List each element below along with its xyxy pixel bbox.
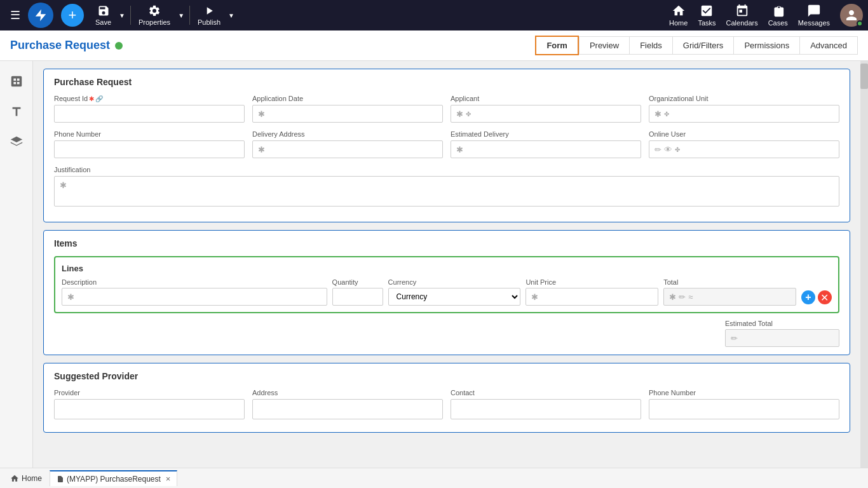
tool-text-icon[interactable] (6, 102, 27, 122)
toolbar-right-nav: Home Tasks Calendars Cases Messages (669, 4, 863, 27)
logo-icon (28, 3, 53, 28)
phone-number-label: Phone Number (54, 130, 245, 138)
field-row-2: Phone Number Delivery Address ✱ (54, 130, 839, 158)
tool-table-icon[interactable] (6, 71, 27, 92)
quantity-field-group: Quantity (332, 278, 383, 306)
nav-cases[interactable]: Cases (768, 4, 788, 27)
phone-number-provider-input[interactable] (649, 399, 839, 419)
tab-preview[interactable]: Preview (579, 36, 629, 55)
unit-price-label: Unit Price (526, 278, 658, 286)
address-input[interactable] (252, 399, 443, 419)
estimated-total-group: Estimated Total ✏ (725, 320, 839, 347)
items-title: Items (54, 238, 839, 248)
add-line-button[interactable]: + (801, 290, 815, 304)
add-button[interactable]: + (61, 4, 84, 27)
properties-dropdown-arrow[interactable]: ▼ (177, 12, 186, 19)
form-area: Purchase Request Request Id ✱ 🔗 Applica (33, 61, 860, 468)
estimated-total-row: Estimated Total ✏ (54, 320, 839, 347)
estimated-delivery-group: Estimated Delivery ✱ (451, 130, 641, 158)
request-id-input[interactable] (54, 105, 245, 123)
content-area: Purchase Request Form Preview Fields Gri… (0, 30, 868, 468)
tool-component-icon[interactable] (6, 132, 27, 152)
application-date-group: Application Date ✱ (252, 95, 443, 123)
delivery-address-group: Delivery Address ✱ (252, 130, 443, 158)
applicant-group: Applicant ✱ ✤ (451, 95, 641, 123)
link-icon: 🔗 (95, 95, 103, 102)
tab-form[interactable]: Form (535, 36, 579, 55)
justification-label: Justification (54, 166, 839, 173)
tab-advanced[interactable]: Advanced (799, 36, 858, 55)
nav-home[interactable]: Home (669, 4, 688, 27)
main-scroll: Purchase Request Request Id ✱ 🔗 Applica (0, 61, 868, 468)
phone-number-input[interactable] (54, 140, 245, 158)
page-header: Purchase Request Form Preview Fields Gri… (0, 30, 868, 61)
phone-number-provider-label: Phone Number (649, 389, 839, 396)
provider-input[interactable] (54, 399, 245, 419)
save-dropdown-arrow[interactable]: ▼ (118, 12, 126, 19)
estimated-total-label: Estimated Total (725, 320, 839, 327)
publish-dropdown-arrow[interactable]: ▼ (227, 12, 236, 19)
tab-permissions[interactable]: Permissions (733, 36, 799, 55)
right-scrollbar[interactable] (860, 61, 868, 468)
divider2 (189, 6, 190, 25)
description-label: Description (62, 278, 327, 286)
bottom-bar: Home (MYAPP) PurchaseRequest × (0, 468, 868, 488)
provider-label: Provider (54, 389, 245, 396)
description-field-group: Description ✱ (62, 278, 327, 306)
contact-input[interactable] (451, 399, 641, 419)
estimated-delivery-input[interactable]: ✱ (451, 140, 641, 158)
phone-number-provider-field-group: Phone Number (649, 389, 839, 419)
tab-fields[interactable]: Fields (629, 36, 672, 55)
publish-button[interactable]: Publish (194, 2, 224, 29)
purchase-request-section: Purchase Request Request Id ✱ 🔗 Applica (43, 69, 850, 222)
page-status-dot (115, 42, 123, 50)
items-section: Items Lines Description ✱ (43, 230, 850, 355)
justification-group: Justification ✱ (54, 166, 839, 207)
delivery-address-label: Delivery Address (252, 130, 443, 138)
bottom-tab-home[interactable]: Home (5, 471, 47, 485)
online-user-group: Online User ✏ 👁 ✤ (649, 130, 839, 158)
bottom-tab-close[interactable]: × (166, 474, 171, 484)
provider-field-group: Provider (54, 389, 245, 419)
required-icon: ✱ (89, 95, 94, 102)
page-tabs: Form Preview Fields Grid/Filters Permiss… (535, 36, 858, 55)
left-tools (0, 61, 33, 468)
tab-grid-filters[interactable]: Grid/Filters (672, 36, 734, 55)
save-button[interactable]: Save (92, 2, 115, 29)
scrollbar-thumb[interactable] (860, 64, 868, 89)
toolbar: ☰ + Save ▼ Properties ▼ Publish ▼ Home T… (0, 0, 868, 30)
currency-select[interactable]: Currency USD EUR GBP (388, 288, 521, 306)
unit-price-input[interactable]: ✱ (526, 288, 658, 306)
suggested-provider-title: Suggested Provider (54, 371, 839, 381)
justification-input[interactable]: ✱ (54, 176, 839, 207)
unit-price-field-group: Unit Price ✱ (526, 278, 658, 306)
phone-number-group: Phone Number (54, 130, 245, 158)
nav-tasks[interactable]: Tasks (698, 4, 715, 27)
delivery-address-input[interactable]: ✱ (252, 140, 443, 158)
address-label: Address (252, 389, 443, 396)
avatar[interactable] (840, 4, 863, 27)
estimated-delivery-label: Estimated Delivery (451, 130, 641, 138)
remove-line-button[interactable]: ✕ (818, 290, 832, 304)
address-field-group: Address (252, 389, 443, 419)
applicant-input[interactable]: ✱ ✤ (451, 105, 641, 123)
request-id-group: Request Id ✱ 🔗 (54, 95, 245, 123)
application-date-input[interactable]: ✱ (252, 105, 443, 123)
description-input[interactable]: ✱ (62, 288, 327, 306)
total-input: ✱ ✏ ≈ (663, 288, 796, 306)
hamburger-icon[interactable]: ☰ (5, 3, 25, 27)
organizational-unit-input[interactable]: ✱ ✤ (649, 105, 839, 123)
purchase-request-title: Purchase Request (54, 77, 839, 87)
field-row-1: Request Id ✱ 🔗 Application Date ✱ (54, 95, 839, 123)
estimated-total-input: ✏ (725, 329, 839, 347)
nav-messages[interactable]: Messages (798, 4, 830, 27)
lines-title: Lines (62, 264, 832, 273)
applicant-label: Applicant (451, 95, 641, 102)
nav-calendars[interactable]: Calendars (726, 4, 758, 27)
quantity-input[interactable] (332, 288, 383, 306)
properties-button[interactable]: Properties (135, 2, 174, 29)
lines-actions: + ✕ (801, 290, 832, 306)
online-user-input[interactable]: ✏ 👁 ✤ (649, 140, 839, 158)
request-id-label: Request Id ✱ 🔗 (54, 95, 245, 102)
bottom-tab-app[interactable]: (MYAPP) PurchaseRequest × (50, 470, 177, 486)
